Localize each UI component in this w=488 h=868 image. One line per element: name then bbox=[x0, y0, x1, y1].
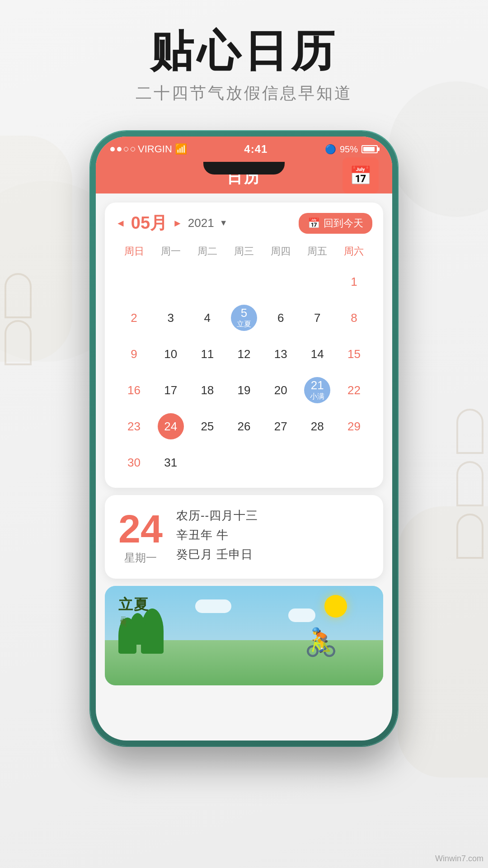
week-day-tue: 周二 bbox=[189, 242, 225, 261]
cal-num: 17 bbox=[164, 384, 177, 396]
cal-num: 4 bbox=[204, 312, 211, 324]
main-title: 贴心日历 bbox=[0, 27, 488, 75]
cal-cell-empty bbox=[299, 446, 336, 479]
status-time: 4:41 bbox=[244, 143, 267, 156]
cal-num: 18 bbox=[201, 384, 214, 396]
illus-sun bbox=[324, 595, 347, 618]
cal-num: 7 bbox=[314, 312, 320, 324]
cal-day-6[interactable]: 6 bbox=[263, 302, 299, 334]
cal-day-23[interactable]: 23 bbox=[116, 410, 152, 443]
today-button[interactable]: 📅 回到今天 bbox=[299, 213, 372, 234]
cal-day-31[interactable]: 31 bbox=[152, 446, 189, 479]
cal-day-17[interactable]: 17 bbox=[152, 374, 189, 406]
lunar-date: 农历--四月十三 bbox=[176, 508, 370, 524]
date-big-container: 24 星期一 bbox=[118, 509, 163, 565]
week-day-sun: 周日 bbox=[116, 242, 152, 261]
calendar-icon: 📅 bbox=[349, 165, 372, 186]
cal-day-22[interactable]: 22 bbox=[336, 374, 372, 406]
cal-day-8[interactable]: 8 bbox=[336, 302, 372, 334]
month-label: 05月 bbox=[131, 212, 167, 235]
phone-screen: VIRGIN 📶 4:41 🔵 95% 日历 bbox=[96, 137, 392, 741]
cal-num: 21 bbox=[311, 379, 324, 391]
cal-cell-empty bbox=[152, 265, 189, 298]
date-detail-section: 24 星期一 农历--四月十三 辛丑年 牛 癸巳月 壬申日 bbox=[105, 495, 383, 579]
cal-day-26[interactable]: 26 bbox=[225, 410, 262, 443]
cal-day-18[interactable]: 18 bbox=[189, 374, 225, 406]
cal-num: 3 bbox=[167, 312, 174, 324]
cal-num: 10 bbox=[164, 348, 177, 360]
cal-day-30[interactable]: 30 bbox=[116, 446, 152, 479]
month-nav: ◄ 05月 ► 2021 ▼ bbox=[116, 212, 228, 235]
cal-day-11[interactable]: 11 bbox=[189, 338, 225, 370]
cal-num: 5 bbox=[241, 307, 247, 319]
cal-day-16[interactable]: 16 bbox=[116, 374, 152, 406]
week-day-sat: 周六 bbox=[336, 242, 372, 261]
illustration-section: 立夏 二十四节气 🚴 bbox=[105, 586, 383, 685]
cal-cell-empty bbox=[263, 446, 299, 479]
cal-day-3[interactable]: 3 bbox=[152, 302, 189, 334]
calendar-grid: 1 2 3 bbox=[116, 265, 372, 479]
header-area: 贴心日历 二十四节气放假信息早知道 bbox=[0, 27, 488, 104]
cal-num: 29 bbox=[347, 420, 361, 432]
cal-num: 12 bbox=[238, 348, 251, 360]
cal-day-28[interactable]: 28 bbox=[299, 410, 336, 443]
cal-num: 15 bbox=[347, 348, 361, 360]
signal-dot-2 bbox=[117, 147, 122, 151]
year-dropdown-arrow[interactable]: ▼ bbox=[220, 218, 228, 228]
cal-day-24-today[interactable]: 24 bbox=[152, 410, 189, 443]
phone-container: VIRGIN 📶 4:41 🔵 95% 日历 bbox=[90, 131, 398, 755]
week-day-fri: 周五 bbox=[299, 242, 336, 261]
zodiac-info: 辛丑年 牛 bbox=[176, 527, 370, 543]
cal-day-13[interactable]: 13 bbox=[263, 338, 299, 370]
cal-day-1[interactable]: 1 bbox=[336, 265, 372, 298]
watermark: Winwin7.com bbox=[435, 854, 483, 863]
week-days-header: 周日 周一 周二 周三 周四 周五 周六 bbox=[116, 242, 372, 261]
battery-icon bbox=[361, 145, 378, 153]
battery-fill bbox=[363, 147, 375, 151]
cal-day-21-solar-term[interactable]: 21 小满 bbox=[299, 374, 336, 406]
cal-day-14[interactable]: 14 bbox=[299, 338, 336, 370]
next-month-button[interactable]: ► bbox=[173, 217, 183, 229]
cal-day-4[interactable]: 4 bbox=[189, 302, 225, 334]
cal-day-29[interactable]: 29 bbox=[336, 410, 372, 443]
illus-cloud-2 bbox=[288, 609, 315, 622]
trad-deco-left bbox=[0, 271, 36, 452]
illus-cloud-1 bbox=[195, 599, 231, 613]
cal-day-10[interactable]: 10 bbox=[152, 338, 189, 370]
illus-subtitle: 二十四节气 bbox=[119, 612, 127, 617]
cal-day-12[interactable]: 12 bbox=[225, 338, 262, 370]
cal-num: 8 bbox=[351, 312, 357, 324]
cal-day-2[interactable]: 2 bbox=[116, 302, 152, 334]
cal-num: 2 bbox=[131, 312, 137, 324]
cal-day-20[interactable]: 20 bbox=[263, 374, 299, 406]
status-right: 🔵 95% bbox=[325, 144, 378, 155]
cal-cell-empty bbox=[299, 265, 336, 298]
cal-cell-empty bbox=[225, 446, 262, 479]
cal-num: 23 bbox=[127, 420, 141, 432]
today-label: 回到今天 bbox=[324, 217, 363, 230]
phone-outer: VIRGIN 📶 4:41 🔵 95% 日历 bbox=[90, 131, 398, 746]
status-left: VIRGIN 📶 bbox=[110, 143, 187, 155]
cal-day-5-solar-term[interactable]: 5 立夏 bbox=[225, 302, 262, 334]
battery-label: 95% bbox=[340, 144, 358, 155]
cal-num: 31 bbox=[164, 457, 177, 468]
cal-num: 28 bbox=[311, 420, 324, 432]
cal-day-19[interactable]: 19 bbox=[225, 374, 262, 406]
cal-num: 24 bbox=[164, 420, 177, 432]
cal-num: 19 bbox=[238, 384, 251, 396]
cal-day-15[interactable]: 15 bbox=[336, 338, 372, 370]
phone-notch bbox=[203, 162, 285, 175]
cal-num: 16 bbox=[127, 384, 141, 396]
signal-dots bbox=[110, 147, 135, 151]
cal-day-25[interactable]: 25 bbox=[189, 410, 225, 443]
cal-day-9[interactable]: 9 bbox=[116, 338, 152, 370]
carrier-label: VIRGIN bbox=[138, 143, 172, 155]
cal-day-27[interactable]: 27 bbox=[263, 410, 299, 443]
cal-num: 20 bbox=[274, 384, 287, 396]
cal-sub: 立夏 bbox=[237, 320, 251, 329]
prev-month-button[interactable]: ◄ bbox=[116, 217, 126, 229]
cal-num: 30 bbox=[127, 457, 141, 468]
cal-num: 25 bbox=[201, 420, 214, 432]
trad-deco-right bbox=[452, 407, 488, 588]
cal-day-7[interactable]: 7 bbox=[299, 302, 336, 334]
